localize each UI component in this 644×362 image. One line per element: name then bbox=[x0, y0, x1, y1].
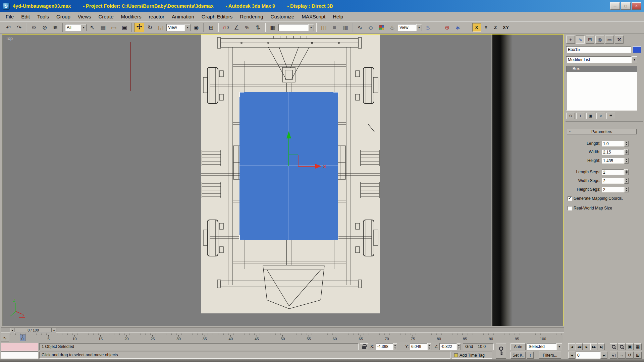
zoom-region-button[interactable]: ◱ bbox=[610, 352, 618, 359]
width-input[interactable]: 2.15 bbox=[602, 149, 624, 155]
dropdown-arrow-icon[interactable] bbox=[416, 24, 422, 31]
zoom-all-button[interactable] bbox=[618, 343, 626, 350]
menu-maxscript[interactable]: MAXScript bbox=[298, 13, 329, 20]
select-and-link-button[interactable]: ∞ bbox=[29, 23, 39, 32]
x-coordinate-spinner[interactable] bbox=[393, 343, 397, 350]
align-button[interactable]: ≡ bbox=[329, 23, 339, 32]
arc-rotate-button[interactable]: ↺ bbox=[626, 352, 634, 359]
modifier-stack[interactable]: Box bbox=[566, 66, 637, 111]
extra-tool-button-1[interactable]: ⊕ bbox=[442, 23, 452, 32]
tab-modify[interactable]: ∿ bbox=[576, 36, 585, 44]
pan-view-button[interactable]: ↔ bbox=[618, 352, 626, 359]
schematic-view-button[interactable]: ◇ bbox=[366, 23, 376, 32]
next-frame-button[interactable]: ▶▶ bbox=[590, 343, 597, 350]
dropdown-arrow-icon[interactable] bbox=[81, 24, 87, 31]
minimize-button[interactable]: ─ bbox=[610, 2, 620, 10]
generate-mapping-checkbox[interactable] bbox=[568, 196, 572, 201]
zoom-button[interactable] bbox=[610, 343, 618, 350]
timeline-tick[interactable]: 95 bbox=[511, 335, 523, 341]
set-key-button[interactable]: Set K. bbox=[511, 352, 526, 359]
track-bar-ruler[interactable]: 0 5 10 15 bbox=[10, 334, 563, 342]
menu-customize[interactable]: Customize bbox=[267, 13, 298, 20]
extra-tool-button-2[interactable]: ∗ bbox=[453, 23, 463, 32]
go-to-start-button[interactable]: |◀ bbox=[568, 343, 575, 350]
menu-edit[interactable]: Edit bbox=[17, 13, 34, 20]
menu-modifiers[interactable]: Modifiers bbox=[117, 13, 145, 20]
x-coordinate-field[interactable]: -4.398 bbox=[376, 343, 393, 350]
tab-display[interactable]: ▭ bbox=[605, 36, 614, 44]
edit-named-selections-button[interactable]: ▦ bbox=[268, 23, 278, 32]
object-color-swatch[interactable] bbox=[633, 46, 641, 53]
maxscript-listener-white[interactable] bbox=[1, 351, 38, 359]
time-slider-handle[interactable]: 0 / 100 bbox=[15, 328, 52, 333]
configure-modifier-sets-button[interactable]: ≣ bbox=[606, 113, 615, 119]
height-segs-spinner[interactable] bbox=[624, 187, 629, 192]
pin-stack-button[interactable]: ⊙ bbox=[566, 113, 575, 119]
dropdown-arrow-icon[interactable] bbox=[185, 24, 191, 31]
timeline-tick[interactable]: 75 bbox=[407, 335, 419, 341]
titlebar[interactable]: S 4yd-Umbauwagen03.max - Project Folder:… bbox=[0, 0, 644, 12]
maximize-viewport-toggle[interactable]: ⊞ bbox=[634, 352, 642, 359]
timeline-tick[interactable]: 40 bbox=[225, 335, 236, 341]
close-button[interactable]: × bbox=[632, 2, 641, 10]
select-by-name-button[interactable]: ▤ bbox=[98, 23, 108, 32]
timeline-tick[interactable]: 35 bbox=[199, 335, 210, 341]
restrict-to-xy-plane-button[interactable]: XY bbox=[500, 23, 511, 32]
rectangular-selection-region-button[interactable]: ▭ bbox=[109, 23, 119, 32]
window-crossing-toggle[interactable]: ▣ bbox=[119, 23, 129, 32]
height-segs-input[interactable]: 2 bbox=[602, 187, 624, 192]
timeline-tick[interactable]: 85 bbox=[459, 335, 471, 341]
timeline-tick[interactable]: 60 bbox=[329, 335, 340, 341]
quick-render-button[interactable]: ♨ bbox=[423, 23, 433, 32]
spinner-snap-toggle[interactable]: ⇅ bbox=[253, 23, 263, 32]
zoom-extents-all-button[interactable]: ▦ bbox=[634, 343, 642, 350]
tab-hierarchy[interactable]: ⊞ bbox=[586, 36, 594, 44]
add-time-tag-field[interactable]: Add Time Tag bbox=[452, 352, 492, 359]
timeline-tick[interactable]: 45 bbox=[251, 335, 262, 341]
go-to-end-button[interactable]: ▶| bbox=[598, 343, 605, 350]
maxscript-listener-pink[interactable] bbox=[1, 343, 38, 351]
width-segs-spinner[interactable] bbox=[624, 178, 629, 184]
height-spinner[interactable] bbox=[624, 158, 629, 164]
maximize-button[interactable]: □ bbox=[621, 2, 631, 10]
mini-curve-editor-button[interactable]: ∿ bbox=[1, 334, 9, 342]
timeline-tick[interactable]: 25 bbox=[147, 335, 158, 341]
menu-file[interactable]: File bbox=[2, 13, 17, 20]
real-world-map-checkbox[interactable] bbox=[568, 206, 572, 210]
y-coordinate-field[interactable]: 6.049 bbox=[410, 343, 427, 350]
length-spinner[interactable] bbox=[624, 141, 629, 146]
previous-key-button[interactable]: |◀ bbox=[568, 352, 575, 359]
time-slider-track[interactable] bbox=[1, 327, 564, 333]
timeline-tick[interactable]: 55 bbox=[303, 335, 315, 341]
layer-manager-button[interactable]: ▥ bbox=[340, 23, 350, 32]
select-and-rotate-button[interactable]: ↻ bbox=[145, 23, 155, 32]
dropdown-arrow-icon[interactable] bbox=[308, 24, 314, 31]
parameters-rollout-header[interactable]: - Parameters bbox=[567, 129, 637, 134]
length-segs-input[interactable]: 2 bbox=[602, 169, 624, 175]
z-coordinate-field[interactable]: -0.822 bbox=[439, 343, 457, 350]
gizmo-y-arrowhead-icon[interactable] bbox=[286, 131, 291, 138]
timeline-tick[interactable]: 15 bbox=[95, 335, 106, 341]
key-mode-toggle[interactable]: ≀ bbox=[527, 352, 534, 359]
modifier-list-dropdown[interactable]: Modifier List bbox=[566, 56, 637, 63]
timeline-tick[interactable]: 90 bbox=[485, 335, 497, 341]
unlink-selection-button[interactable]: ⊘ bbox=[40, 23, 50, 32]
render-scene-dialog-button[interactable]: ♨ bbox=[387, 23, 397, 32]
restrict-to-z-button[interactable]: Z bbox=[491, 23, 500, 32]
show-end-result-button[interactable]: ‖ bbox=[576, 113, 585, 119]
use-pivot-point-button[interactable]: ◉ bbox=[191, 23, 201, 32]
mirror-button[interactable]: ◫ bbox=[319, 23, 329, 32]
percent-snap-toggle[interactable]: % bbox=[242, 23, 252, 32]
redo-button[interactable]: ↷ bbox=[14, 23, 24, 32]
previous-frame-button[interactable]: ◀◀ bbox=[576, 343, 583, 350]
curve-editor-button[interactable]: ∿ bbox=[355, 23, 365, 32]
timeline-tick[interactable]: 50 bbox=[277, 335, 288, 341]
key-filter-dropdown[interactable]: Selected bbox=[527, 343, 562, 350]
dropdown-arrow-icon[interactable] bbox=[632, 56, 637, 63]
select-and-scale-button[interactable]: ◲ bbox=[156, 23, 166, 32]
rollout-collapse-icon[interactable]: - bbox=[567, 129, 573, 134]
reference-coordinate-dropdown[interactable]: View bbox=[166, 24, 191, 31]
width-spinner[interactable] bbox=[624, 149, 629, 155]
tab-create[interactable]: + bbox=[566, 36, 575, 44]
timeline-tick[interactable]: 65 bbox=[355, 335, 367, 341]
